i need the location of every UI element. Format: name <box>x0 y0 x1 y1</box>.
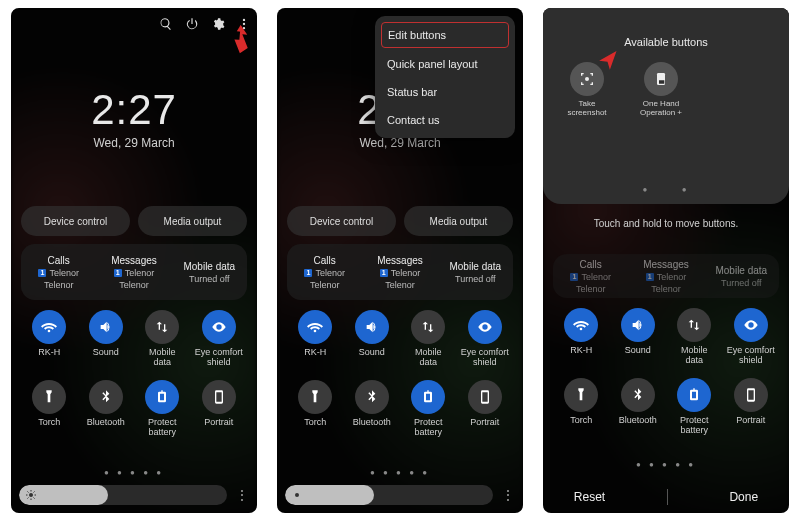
tile-label: Protect battery <box>135 418 189 438</box>
tile-torch[interactable]: Torch <box>287 380 344 438</box>
edit-footer: Reset Done <box>543 489 789 505</box>
card-calls: Calls 1Telenor Telenor <box>21 244 96 300</box>
svg-point-1 <box>243 23 245 25</box>
tile-portrait[interactable]: Portrait <box>723 378 780 436</box>
tile-label: Protect battery <box>667 416 721 436</box>
tile-label: Torch <box>570 416 592 426</box>
tile-label: Torch <box>38 418 60 428</box>
tile-label: Sound <box>359 348 385 358</box>
tile-bluetooth[interactable]: Bluetooth <box>78 380 135 438</box>
tile-protect[interactable]: Protect battery <box>400 380 457 438</box>
eye-icon <box>202 310 236 344</box>
brightness-row: ⋮ <box>19 483 249 507</box>
tile-mobile_data[interactable]: Mobile data <box>134 310 191 368</box>
card-messages: Messages 1Telenor Telenor <box>96 244 171 300</box>
tile-bluetooth[interactable]: Bluetooth <box>610 378 667 436</box>
search-icon[interactable] <box>159 17 173 31</box>
tile-mobile_data[interactable]: Mobile data <box>666 308 723 366</box>
tile-label: RK-H <box>304 348 326 358</box>
clock-block: 2:27 Wed, 29 March <box>11 86 257 150</box>
tile-protect[interactable]: Protect battery <box>134 380 191 438</box>
shortcut-pills: Device control Media output <box>21 206 247 236</box>
tile-label: Torch <box>304 418 326 428</box>
tile-torch[interactable]: Torch <box>553 378 610 436</box>
reset-button[interactable]: Reset <box>574 490 605 504</box>
media-output-button[interactable]: Media output <box>404 206 513 236</box>
page-indicator: ● ● ● ● ● <box>543 460 789 469</box>
tile-label: Portrait <box>204 418 233 428</box>
available-buttons-area: Available buttons Take screenshot One Ha… <box>543 8 789 204</box>
bluetooth-icon <box>89 380 123 414</box>
tile-label: Mobile data <box>415 348 442 368</box>
quick-tiles-grid: RK-HSoundMobile dataEye comfort shieldTo… <box>21 310 247 438</box>
brightness-more-icon[interactable]: ⋮ <box>235 489 249 501</box>
tile-eye[interactable]: Eye comfort shield <box>457 310 514 368</box>
svg-point-3 <box>29 493 33 497</box>
brightness-slider[interactable] <box>19 485 227 505</box>
clock-time: 2:27 <box>11 86 257 134</box>
portrait-icon <box>468 380 502 414</box>
tile-label: RK-H <box>570 346 592 356</box>
available-take-screenshot[interactable]: Take screenshot <box>559 62 615 118</box>
tile-label: Mobile data <box>149 348 176 368</box>
tile-bluetooth[interactable]: Bluetooth <box>344 380 401 438</box>
settings-gear-icon[interactable] <box>211 17 225 31</box>
tile-sound[interactable]: Sound <box>344 310 401 368</box>
screenshot-icon <box>579 71 595 87</box>
device-control-button[interactable]: Device control <box>21 206 130 236</box>
tile-label: Bluetooth <box>353 418 391 428</box>
brightness-icon <box>291 489 303 501</box>
device-control-button[interactable]: Device control <box>287 206 396 236</box>
tile-sound[interactable]: Sound <box>610 308 667 366</box>
tile-eye[interactable]: Eye comfort shield <box>191 310 248 368</box>
panel-edit-buttons: Available buttons Take screenshot One Ha… <box>543 8 789 513</box>
menu-edit-buttons[interactable]: Edit buttons <box>381 22 509 48</box>
available-one-hand-operation[interactable]: One Hand Operation + <box>633 62 689 118</box>
tile-portrait[interactable]: Portrait <box>457 380 514 438</box>
tile-wifi[interactable]: RK-H <box>553 308 610 366</box>
tile-wifi[interactable]: RK-H <box>21 310 78 368</box>
tile-wifi[interactable]: RK-H <box>287 310 344 368</box>
panel-overflow-menu: 2:27 Wed, 29 March Device control Media … <box>277 8 523 513</box>
svg-line-10 <box>27 498 28 499</box>
menu-status-bar[interactable]: Status bar <box>375 78 515 106</box>
tile-label: Bluetooth <box>619 416 657 426</box>
power-icon[interactable] <box>185 17 199 31</box>
portrait-icon <box>202 380 236 414</box>
svg-point-0 <box>243 19 245 21</box>
tile-label: Sound <box>93 348 119 358</box>
brightness-slider[interactable] <box>285 485 493 505</box>
one-hand-icon <box>653 71 669 87</box>
tile-label: Protect battery <box>401 418 455 438</box>
menu-contact-us[interactable]: Contact us <box>375 106 515 134</box>
tile-label: Bluetooth <box>87 418 125 428</box>
menu-quick-panel-layout[interactable]: Quick panel layout <box>375 50 515 78</box>
done-button[interactable]: Done <box>729 490 758 504</box>
protect-icon <box>145 380 179 414</box>
svg-line-9 <box>34 498 35 499</box>
mobile_data-icon <box>145 310 179 344</box>
page-indicator: ● ● ● ● ● <box>11 468 257 477</box>
clock-date: Wed, 29 March <box>11 136 257 150</box>
more-menu-icon[interactable] <box>237 17 251 31</box>
tile-eye[interactable]: Eye comfort shield <box>723 308 780 366</box>
tile-protect[interactable]: Protect battery <box>666 378 723 436</box>
tile-mobile_data[interactable]: Mobile data <box>400 310 457 368</box>
torch-icon <box>564 378 598 412</box>
portrait-icon <box>734 378 768 412</box>
bluetooth-icon <box>355 380 389 414</box>
available-buttons-title: Available buttons <box>543 36 789 48</box>
tile-sound[interactable]: Sound <box>78 310 135 368</box>
tile-portrait[interactable]: Portrait <box>191 380 248 438</box>
sim-info-card[interactable]: Calls1TelenorTelenor Messages1TelenorTel… <box>287 244 513 300</box>
page-indicator: ● ● ● ● ● <box>277 468 523 477</box>
protect-icon <box>677 378 711 412</box>
torch-icon <box>298 380 332 414</box>
brightness-more-icon[interactable]: ⋮ <box>501 489 515 501</box>
sound-icon <box>621 308 655 342</box>
sim-info-card[interactable]: Calls 1Telenor Telenor Messages 1Telenor… <box>21 244 247 300</box>
media-output-button[interactable]: Media output <box>138 206 247 236</box>
edit-hint-text: Touch and hold to move buttons. <box>543 218 789 229</box>
tile-torch[interactable]: Torch <box>21 380 78 438</box>
tile-label: Eye comfort shield <box>727 346 775 366</box>
